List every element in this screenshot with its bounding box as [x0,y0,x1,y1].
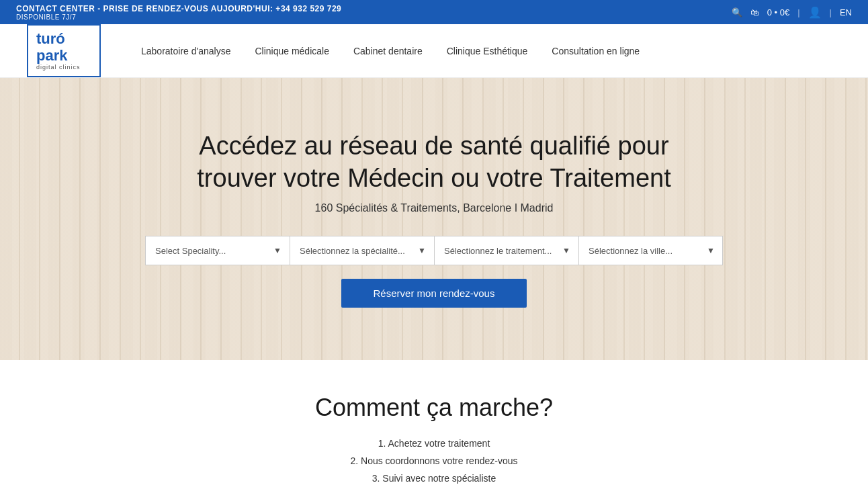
contact-text: CONTACT CENTER - PRISE DE RENDEZ-VOUS AU… [16,4,341,13]
user-icon[interactable]: 👤 [808,6,822,19]
how-step-3: 3. Suivi avec notre spécialiste [27,473,841,484]
select-specialite-wrapper: Sélectionnez la spécialité... ▼ [290,236,434,265]
logo-title: turópark [36,31,91,63]
logo[interactable]: turópark digital clinics [27,24,101,77]
top-bar-right: 🔍 🛍 0 • 0€ | 👤 | EN [732,6,852,19]
divider: | [797,7,799,17]
select-ville-wrapper: Sélectionnez la ville... ▼ [578,236,723,265]
top-bar-left: CONTACT CENTER - PRISE DE RENDEZ-VOUS AU… [16,4,341,21]
main-nav: Laboratoire d'analyse Clinique médicale … [141,46,640,56]
select-speciality[interactable]: Select Speciality... [145,236,290,265]
nav-esthetic[interactable]: Clinique Esthétique [447,46,528,56]
cart-value: 0 • 0€ [767,7,789,17]
hero-content: Accédez au réseau de santé qualifié pour… [0,130,868,308]
top-bar: CONTACT CENTER - PRISE DE RENDEZ-VOUS AU… [0,0,868,24]
search-row: Select Speciality... ▼ Sélectionnez la s… [27,236,841,265]
nav-dental[interactable]: Cabinet dentaire [353,46,423,56]
nav-clinic[interactable]: Clinique médicale [255,46,329,56]
hero-title: Accédez au réseau de santé qualifié pour… [165,130,703,194]
nav-online[interactable]: Consultation en ligne [552,46,640,56]
how-step-1: 1. Achetez votre traitement [27,438,841,449]
select-traitement[interactable]: Sélectionnez le traitement... [434,236,578,265]
disponible-text: DISPONIBLE 7J/7 [16,13,341,21]
select-speciality-wrapper: Select Speciality... ▼ [145,236,290,265]
logo-subtitle: digital clinics [36,64,91,71]
nav-lab[interactable]: Laboratoire d'analyse [141,46,230,56]
select-traitement-wrapper: Sélectionnez le traitement... ▼ [434,236,578,265]
how-step-2: 2. Nous coordonnons votre rendez-vous [27,455,841,466]
how-title: Comment ça marche? [27,394,841,422]
hero-subtitle: 160 Spécialités & Traitements, Barcelone… [27,202,841,214]
lang-selector[interactable]: EN [840,7,852,17]
reserve-button[interactable]: Réserver mon rendez-vous [341,279,527,308]
hero-section: Accédez au réseau de santé qualifié pour… [0,78,868,360]
cart-icon[interactable]: 🛍 [750,7,759,17]
select-ville[interactable]: Sélectionnez la ville... [578,236,723,265]
search-icon[interactable]: 🔍 [732,7,742,17]
how-steps: 1. Achetez votre traitement 2. Nous coor… [27,438,841,484]
select-specialite[interactable]: Sélectionnez la spécialité... [290,236,434,265]
how-it-works-section: Comment ça marche? 1. Achetez votre trai… [0,360,868,485]
divider2: | [830,7,832,17]
header: turópark digital clinics Laboratoire d'a… [0,24,868,78]
